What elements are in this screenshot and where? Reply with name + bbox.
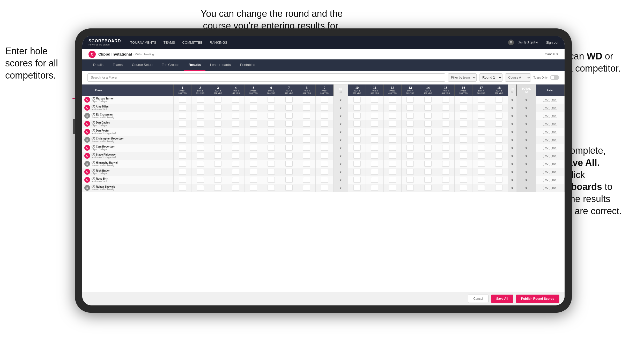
score-cell-h7[interactable] (280, 128, 298, 136)
score-input-h18[interactable] (495, 185, 502, 191)
score-cell-h4[interactable] (227, 96, 245, 104)
nav-link-rankings[interactable]: RANKINGS (210, 41, 227, 44)
score-cell-h3[interactable] (209, 104, 227, 112)
score-input-h1[interactable] (179, 161, 186, 167)
score-input-h7[interactable] (285, 185, 293, 191)
score-cell-h16[interactable] (455, 160, 472, 168)
score-cell-h6[interactable] (262, 112, 280, 120)
score-input-h3[interactable] (214, 97, 221, 103)
score-cell-h7[interactable] (280, 136, 298, 144)
score-cell-h1[interactable] (174, 144, 191, 152)
score-input-h8[interactable] (303, 169, 310, 175)
score-input-h2[interactable] (197, 153, 204, 159)
score-input-h15[interactable] (442, 177, 449, 183)
score-cell-h11[interactable] (366, 176, 384, 184)
score-cell-h9[interactable] (316, 112, 334, 120)
score-input-h5[interactable] (250, 137, 257, 143)
score-input-h5[interactable] (250, 145, 257, 151)
score-input-h9[interactable] (321, 169, 328, 175)
score-input-h8[interactable] (303, 105, 310, 111)
score-cell-h2[interactable] (191, 160, 209, 168)
cancel-action-button[interactable]: Cancel (468, 295, 488, 303)
score-input-h3[interactable] (214, 161, 221, 167)
score-input-h13[interactable] (406, 129, 414, 135)
score-cell-h11[interactable] (366, 184, 384, 192)
score-cell-h9[interactable] (316, 168, 334, 176)
score-cell-h2[interactable] (191, 136, 209, 144)
score-cell-h7[interactable] (280, 96, 298, 104)
score-cell-h8[interactable] (298, 144, 316, 152)
score-input-h11[interactable] (371, 145, 378, 151)
score-cell-h18[interactable] (490, 144, 508, 152)
score-cell-h4[interactable] (227, 104, 245, 112)
score-cell-h5[interactable] (245, 120, 262, 128)
score-input-h10[interactable] (353, 169, 361, 175)
score-cell-h17[interactable] (472, 120, 490, 128)
score-input-h5[interactable] (250, 153, 257, 159)
score-input-h11[interactable] (371, 137, 378, 143)
score-input-h15[interactable] (442, 105, 449, 111)
score-input-h1[interactable] (179, 129, 186, 135)
score-cell-h2[interactable] (191, 96, 209, 104)
score-cell-h3[interactable] (209, 152, 227, 160)
score-input-h2[interactable] (197, 129, 204, 135)
score-cell-h18[interactable] (490, 184, 508, 192)
score-cell-h4[interactable] (227, 136, 245, 144)
score-input-h11[interactable] (371, 169, 378, 175)
score-cell-h18[interactable] (490, 96, 508, 104)
score-input-h16[interactable] (460, 177, 467, 183)
score-input-h9[interactable] (321, 153, 328, 159)
score-input-h2[interactable] (197, 161, 204, 167)
score-input-h17[interactable] (478, 121, 485, 127)
score-input-h18[interactable] (495, 145, 502, 151)
score-cell-h18[interactable] (490, 176, 508, 184)
score-cell-h14[interactable] (419, 152, 437, 160)
score-input-h1[interactable] (179, 137, 186, 143)
score-cell-h3[interactable] (209, 168, 227, 176)
score-cell-h13[interactable] (401, 120, 419, 128)
score-input-h7[interactable] (285, 113, 293, 119)
search-input[interactable] (87, 73, 445, 82)
score-input-h17[interactable] (478, 177, 485, 183)
score-input-h4[interactable] (232, 169, 239, 175)
score-cell-h16[interactable] (455, 120, 472, 128)
score-input-h6[interactable] (268, 97, 275, 103)
score-input-h10[interactable] (353, 121, 361, 127)
score-cell-h18[interactable] (490, 136, 508, 144)
score-cell-h11[interactable] (366, 104, 384, 112)
score-input-h1[interactable] (179, 185, 186, 191)
score-cell-h4[interactable] (227, 152, 245, 160)
score-cell-h4[interactable] (227, 128, 245, 136)
tab-printables[interactable]: Printables (235, 59, 260, 71)
score-input-h14[interactable] (424, 137, 432, 143)
score-input-h16[interactable] (460, 169, 467, 175)
score-cell-h11[interactable] (366, 112, 384, 120)
score-cell-h5[interactable] (245, 184, 262, 192)
score-cell-h2[interactable] (191, 144, 209, 152)
score-input-h9[interactable] (321, 185, 328, 191)
score-cell-h18[interactable] (490, 160, 508, 168)
score-input-h8[interactable] (303, 121, 310, 127)
score-cell-h1[interactable] (174, 96, 191, 104)
score-cell-h16[interactable] (455, 96, 472, 104)
score-cell-h7[interactable] (280, 104, 298, 112)
score-cell-h11[interactable] (366, 160, 384, 168)
score-input-h10[interactable] (353, 113, 361, 119)
score-cell-h16[interactable] (455, 144, 472, 152)
score-input-h16[interactable] (460, 105, 467, 111)
score-input-h3[interactable] (214, 177, 221, 183)
wd-button[interactable]: WD (543, 98, 550, 102)
score-cell-h8[interactable] (298, 168, 316, 176)
wd-button[interactable]: WD (543, 186, 550, 190)
score-cell-h9[interactable] (316, 184, 334, 192)
score-input-h10[interactable] (353, 185, 361, 191)
score-cell-h15[interactable] (437, 176, 455, 184)
score-cell-h4[interactable] (227, 144, 245, 152)
score-cell-h10[interactable] (348, 184, 366, 192)
score-input-h8[interactable] (303, 97, 310, 103)
score-input-h4[interactable] (232, 185, 239, 191)
score-input-h14[interactable] (424, 177, 432, 183)
publish-button[interactable]: Publish Round Scores (516, 295, 559, 303)
score-cell-h2[interactable] (191, 104, 209, 112)
dq-button[interactable]: DQ (551, 186, 558, 190)
